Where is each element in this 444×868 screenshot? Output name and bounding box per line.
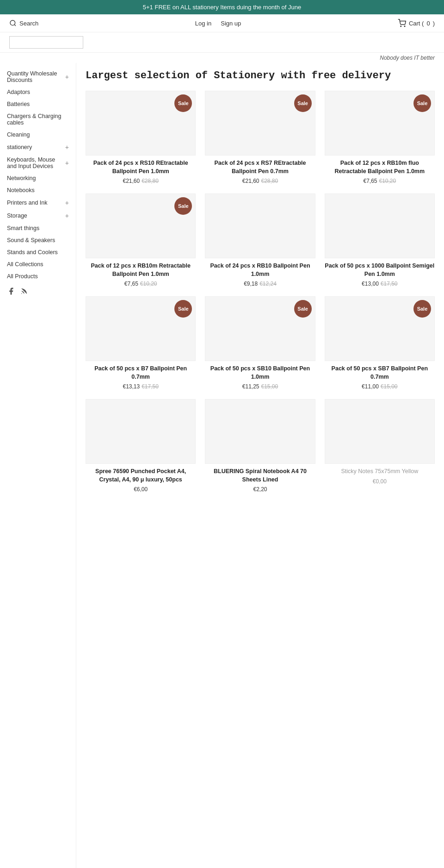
cart-count: 0 — [426, 20, 430, 27]
sidebar-item-5[interactable]: stationery+ — [7, 141, 69, 154]
price-row: €11,00€15,00 — [325, 383, 435, 390]
product-card[interactable]: SalePack of 50 pcs x SB10 Ballpoint Pen … — [205, 296, 315, 390]
price-row: €0,00 — [325, 478, 435, 485]
price-current: €11,00 — [362, 383, 379, 390]
price-original: €15,00 — [261, 383, 278, 390]
product-name: Pack of 12 pcs x RB10m Retractable Ballp… — [86, 262, 196, 278]
product-card[interactable]: SalePack of 24 pcs x RS10 REtractable Ba… — [86, 91, 196, 184]
svg-point-2 — [401, 26, 401, 27]
sidebar-item-10[interactable]: Storage+ — [7, 209, 69, 222]
product-card[interactable]: BLUERING Spiral Notebook A4 70 Sheets Li… — [205, 399, 315, 493]
product-name: Sticky Notes 75x75mm Yellow — [325, 468, 435, 476]
sidebar-item-1[interactable]: Adaptors — [7, 86, 69, 98]
banner-text: 5+1 FREE on ALL stationery Items duing t… — [143, 4, 301, 11]
product-card[interactable]: SalePack of 50 pcs x SB7 Ballpoint Pen 0… — [325, 296, 435, 390]
login-link[interactable]: Log in — [195, 20, 211, 27]
price-row: €11,25€15,00 — [205, 383, 315, 390]
svg-point-0 — [10, 20, 15, 25]
product-image — [86, 399, 196, 464]
product-card[interactable]: Spree 76590 Punched Pocket A4, Crystal, … — [86, 399, 196, 493]
price-original: €28,80 — [261, 178, 278, 184]
product-card[interactable]: SalePack of 12 pcs x RB10m fluo Retracta… — [325, 91, 435, 184]
price-row: €6,00 — [86, 486, 196, 493]
layout: Quantity Wholesale Discounts+AdaptorsBat… — [0, 63, 444, 868]
expand-icon: + — [65, 159, 69, 167]
price-current: €7,65 — [363, 178, 377, 184]
sidebar-item-6[interactable]: Keyboards, Mouse and Input Devices+ — [7, 154, 69, 172]
product-card[interactable]: Pack of 50 pcs x 1000 Ballpoint Semigel … — [325, 194, 435, 287]
sidebar-item-3[interactable]: Chargers & Charging cables — [7, 110, 69, 129]
price-original: €28,80 — [142, 178, 159, 184]
price-row: €9,18€12,24 — [205, 281, 315, 287]
price-row: €2,20 — [205, 486, 315, 493]
sidebar-item-11[interactable]: Smart things — [7, 222, 69, 234]
product-card[interactable]: Sticky Notes 75x75mm Yellow€0,00 — [325, 399, 435, 493]
sidebar-item-13[interactable]: Stands and Coolers — [7, 246, 69, 258]
price-current: €21,60 — [123, 178, 140, 184]
social-links — [7, 282, 69, 297]
tagline-row: Nobody does IT better — [0, 53, 444, 63]
price-original: €12,24 — [259, 281, 277, 287]
product-name: Pack of 50 pcs x 1000 Ballpoint Semigel … — [325, 262, 435, 278]
price-only: €0,00 — [373, 478, 387, 485]
price-row: €7,65€10,20 — [325, 178, 435, 184]
price-current: €7,65 — [124, 281, 138, 287]
expand-icon: + — [65, 212, 69, 219]
sidebar-item-8[interactable]: Notebooks — [7, 184, 69, 196]
sale-badge: Sale — [413, 94, 431, 112]
expand-icon: + — [65, 144, 69, 151]
price-current: €13,13 — [123, 383, 140, 390]
search-box-row — [0, 32, 444, 53]
sidebar-item-2[interactable]: Batteries — [7, 98, 69, 110]
search-area[interactable]: Search — [9, 19, 38, 27]
sale-badge: Sale — [294, 94, 312, 112]
facebook-icon[interactable] — [7, 287, 15, 297]
sidebar: Quantity Wholesale Discounts+AdaptorsBat… — [0, 63, 76, 868]
price-only: €6,00 — [134, 486, 148, 493]
product-image — [205, 399, 315, 464]
main-content: Largest selection of Stationery with fre… — [76, 63, 444, 868]
search-input[interactable] — [9, 36, 83, 49]
signup-link[interactable]: Sign up — [221, 20, 241, 27]
product-card[interactable]: SalePack of 12 pcs x RB10m Retractable B… — [86, 194, 196, 287]
expand-icon: + — [65, 73, 69, 81]
product-card[interactable]: SalePack of 50 pcs x B7 Ballpoint Pen 0.… — [86, 296, 196, 390]
product-card[interactable]: Pack of 24 pcs x RB10 Ballpoint Pen 1.0m… — [205, 194, 315, 287]
rss-icon[interactable] — [20, 287, 28, 297]
price-current: €13,00 — [362, 281, 379, 287]
product-name: Pack of 50 pcs x B7 Ballpoint Pen 0.7mm — [86, 365, 196, 381]
sidebar-item-7[interactable]: Networking — [7, 172, 69, 184]
price-original: €17,50 — [381, 281, 398, 287]
sidebar-item-15[interactable]: All Products — [7, 270, 69, 282]
price-original: €17,50 — [142, 383, 159, 390]
sidebar-item-12[interactable]: Sound & Speakers — [7, 234, 69, 246]
product-name: Pack of 24 pcs x RS7 REtractable Ballpoi… — [205, 159, 315, 175]
sidebar-item-14[interactable]: All Collections — [7, 258, 69, 270]
product-name: Pack of 50 pcs x SB10 Ballpoint Pen 1.0m… — [205, 365, 315, 381]
search-icon — [9, 19, 17, 27]
page-title: Largest selection of Stationery with fre… — [86, 70, 435, 81]
sale-badge: Sale — [294, 300, 312, 318]
cart-area[interactable]: Cart (0) — [398, 19, 435, 27]
sidebar-item-0[interactable]: Quantity Wholesale Discounts+ — [7, 68, 69, 86]
product-name: Pack of 24 pcs x RB10 Ballpoint Pen 1.0m… — [205, 262, 315, 278]
product-card[interactable]: SalePack of 24 pcs x RS7 REtractable Bal… — [205, 91, 315, 184]
product-name: Pack of 24 pcs x RS10 REtractable Ballpo… — [86, 159, 196, 175]
sidebar-item-4[interactable]: Cleaning — [7, 129, 69, 141]
sale-badge: Sale — [413, 300, 431, 318]
header-nav: Log in Sign up — [195, 20, 241, 27]
price-only: €2,20 — [253, 486, 267, 493]
product-name: BLUERING Spiral Notebook A4 70 Sheets Li… — [205, 468, 315, 484]
price-row: €13,00€17,50 — [325, 281, 435, 287]
product-image — [205, 194, 315, 258]
search-label: Search — [19, 20, 38, 27]
svg-point-3 — [404, 26, 405, 27]
price-current: €21,60 — [242, 178, 259, 184]
price-current: €11,25 — [242, 383, 259, 390]
header: Search Log in Sign up Cart (0) — [0, 14, 444, 32]
cart-icon — [398, 19, 406, 27]
expand-icon: + — [65, 199, 69, 206]
sidebar-item-9[interactable]: Printers and Ink+ — [7, 196, 69, 209]
product-name: Pack of 12 pcs x RB10m fluo Retractable … — [325, 159, 435, 175]
product-name: Spree 76590 Punched Pocket A4, Crystal, … — [86, 468, 196, 484]
